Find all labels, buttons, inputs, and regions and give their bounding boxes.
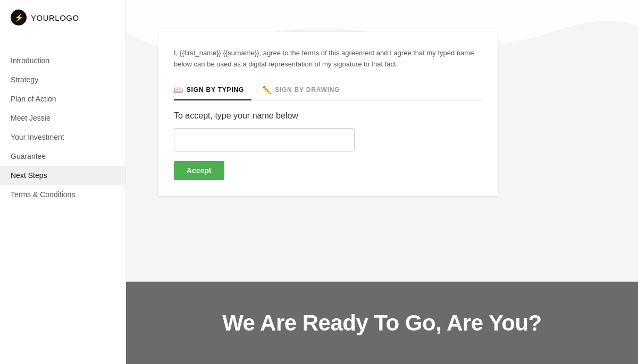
sidebar-item-meet-jessie[interactable]: Meet Jessie bbox=[0, 108, 125, 128]
card-container: I, {{first_name}} {{surname}}, agree to … bbox=[126, 0, 638, 217]
tab-drawing-label: SIGN BY DRAWING bbox=[275, 86, 340, 94]
logo-normal: LOGO bbox=[55, 13, 79, 22]
agreement-text: I, {{first_name}} {{surname}}, agree to … bbox=[174, 48, 482, 70]
main-content: I, {{first_name}} {{surname}}, agree to … bbox=[126, 0, 638, 364]
wave-background: I, {{first_name}} {{surname}}, agree to … bbox=[126, 0, 638, 282]
sidebar-item-strategy[interactable]: Strategy bbox=[0, 70, 125, 89]
signature-card: I, {{first_name}} {{surname}}, agree to … bbox=[158, 32, 498, 196]
book-icon: 📖 bbox=[174, 86, 183, 94]
pen-icon: ✏️ bbox=[262, 86, 272, 94]
lightning-icon: ⚡ bbox=[14, 13, 23, 22]
tab-sign-typing[interactable]: 📖 SIGN BY TYPING bbox=[174, 81, 251, 100]
footer-banner: We Are Ready To Go, Are You? bbox=[126, 282, 638, 364]
sidebar-item-next-steps[interactable]: Next Steps bbox=[0, 166, 125, 185]
sidebar-item-your-investment[interactable]: Your Investment bbox=[0, 128, 125, 147]
accept-button[interactable]: Accept bbox=[174, 161, 224, 180]
logo-area: ⚡ YOURLOGO bbox=[0, 0, 125, 35]
logo-text: YOURLOGO bbox=[31, 13, 79, 22]
logo-icon: ⚡ bbox=[11, 10, 27, 26]
tab-sign-drawing[interactable]: ✏️ SIGN BY DRAWING bbox=[262, 81, 347, 100]
footer-headline: We Are Ready To Go, Are You? bbox=[222, 310, 542, 336]
nav-list: Introduction Strategy Plan of Action Mee… bbox=[0, 51, 125, 204]
name-input[interactable] bbox=[174, 128, 355, 151]
sidebar-item-terms-conditions[interactable]: Terms & Conditions bbox=[0, 185, 125, 204]
logo-bold: YOUR bbox=[31, 13, 55, 22]
signature-tabs: 📖 SIGN BY TYPING ✏️ SIGN BY DRAWING bbox=[174, 81, 482, 100]
sidebar-item-plan-of-action[interactable]: Plan of Action bbox=[0, 89, 125, 108]
sign-prompt: To accept, type your name below bbox=[174, 111, 482, 121]
sidebar-item-introduction[interactable]: Introduction bbox=[0, 51, 125, 70]
sidebar: ⚡ YOURLOGO Introduction Strategy Plan of… bbox=[0, 0, 126, 364]
tab-typing-label: SIGN BY TYPING bbox=[187, 86, 244, 94]
sidebar-item-guarantee[interactable]: Guarantee bbox=[0, 147, 125, 166]
